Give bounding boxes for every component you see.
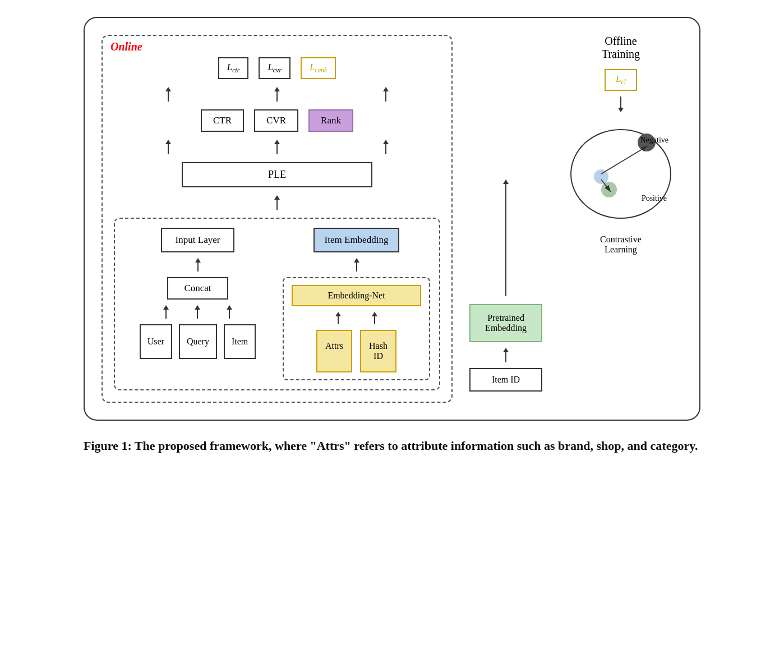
inner-dashed-section: Input Layer Concat — [114, 218, 440, 390]
up-arrows-2 — [114, 140, 440, 154]
loss-cvr-box: Lcvr — [259, 57, 290, 79]
attrs-arrows — [320, 312, 393, 324]
query-box: Query — [179, 324, 217, 359]
loss-row: Lctr Lcvr Lrank — [218, 57, 336, 79]
arrow-hashid-embnet — [372, 312, 377, 324]
arrow-user-concat — [163, 305, 169, 319]
input-column: Input Layer Concat — [124, 228, 271, 359]
embed-net-dashed: Embedding-Net Attrs Hash ID — [283, 277, 430, 380]
input-layer-box: Input Layer — [161, 228, 235, 252]
arrow-ple-ctr — [165, 140, 171, 154]
loss-rank-box: Lrank — [301, 57, 336, 79]
hash-id-box: Hash ID — [360, 330, 396, 372]
user-box: User — [140, 324, 172, 359]
online-section-container: Online Lctr Lcvr Lrank — [102, 35, 453, 403]
right-side: OfflineTraining Lcl Negative Positive — [559, 35, 682, 403]
arrow-ple-cvr — [274, 140, 280, 154]
arrow-itembed-embnet — [354, 258, 359, 271]
arrow-query-concat — [195, 305, 200, 319]
pretrained-embedding-box: Pretrained Embedding — [469, 304, 542, 342]
head-row: CTR CVR Rank — [201, 109, 353, 132]
cvr-box: CVR — [254, 109, 298, 132]
item-embedding-box: Item Embedding — [313, 228, 400, 252]
contrastive-learning-label: ContrastiveLearning — [600, 234, 642, 255]
figure-caption: Figure 1: The proposed framework, where … — [84, 436, 700, 455]
uqi-arrows — [150, 305, 246, 319]
item-box: Item — [224, 324, 256, 359]
attrs-row: Attrs Hash ID — [316, 330, 396, 372]
arrow-item-concat — [227, 305, 232, 319]
embed-net-box: Embedding-Net — [292, 285, 421, 306]
ple-box: PLE — [182, 162, 372, 187]
uqi-row: User Query Item — [140, 324, 256, 359]
cl-arrows-svg — [570, 129, 671, 224]
ctr-box: CTR — [201, 109, 244, 132]
arrow-cvr-loss — [274, 87, 280, 102]
arrow-pretrained-lcl — [503, 179, 509, 296]
embed-column: Item Embedding Embedding-Net — [283, 228, 430, 380]
loss-ctr-box: Lctr — [218, 57, 249, 79]
offline-label: OfflineTraining — [602, 35, 640, 61]
svg-line-0 — [601, 146, 648, 174]
svg-line-1 — [601, 179, 611, 192]
attrs-box: Attrs — [316, 330, 352, 372]
arrow-lcl-down — [618, 96, 624, 112]
middle-column: Pretrained Embedding Item ID — [464, 35, 548, 403]
arrow-attrs-embnet — [335, 312, 341, 324]
arrow-inputlayer-concat — [195, 258, 201, 271]
online-label: Online — [110, 40, 142, 53]
contrastive-learning-diagram: Negative Positive — [570, 123, 671, 224]
arrow-inner-ple — [274, 195, 280, 210]
rank-box: Rank — [308, 109, 353, 132]
loss-cl-box: Lcl — [605, 69, 637, 91]
concat-box: Concat — [167, 277, 228, 300]
item-id-box: Item ID — [469, 368, 542, 392]
arrow-rank-loss — [383, 87, 389, 102]
online-section: Online Lctr Lcvr Lrank — [102, 35, 453, 403]
up-arrows-1 — [114, 87, 440, 102]
caption-text: Figure 1: The proposed framework, where … — [84, 439, 698, 453]
arrow-ctr-loss — [165, 87, 171, 102]
arrow-itemid-pretrained — [503, 348, 509, 362]
arrow-ple-rank — [383, 140, 389, 154]
main-diagram: Online Lctr Lcvr Lrank — [84, 17, 700, 421]
